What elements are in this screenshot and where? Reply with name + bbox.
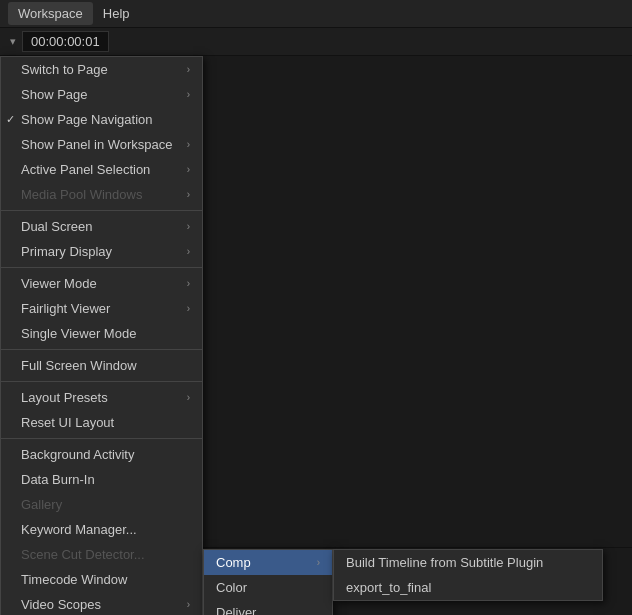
menu-item-label: Show Panel in Workspace — [21, 137, 173, 152]
submenu-deliver-item[interactable]: Deliver — [204, 600, 332, 615]
menu-item-show-panel[interactable]: Show Panel in Workspace › — [1, 132, 202, 157]
menu-item-label: Dual Screen — [21, 219, 93, 234]
menu-item-label: Timecode Window — [21, 572, 127, 587]
menu-item-media-pool: Media Pool Windows › — [1, 182, 202, 207]
separator — [1, 438, 202, 439]
comp-submenu: Build Timeline from Subtitle Plugin expo… — [333, 549, 603, 601]
submenu-comp-item[interactable]: Comp › — [204, 550, 332, 575]
arrow-icon: › — [187, 278, 190, 289]
menu-item-label: Show Page — [21, 87, 88, 102]
menu-bar: Workspace Help — [0, 0, 632, 28]
menu-item-label: Video Scopes — [21, 597, 101, 612]
menu-item-label: Gallery — [21, 497, 62, 512]
arrow-icon: › — [187, 392, 190, 403]
main-area: Switch to Page › Show Page › Show Page N… — [0, 56, 632, 615]
menu-item-label: Layout Presets — [21, 390, 108, 405]
menu-item-show-page[interactable]: Show Page › — [1, 82, 202, 107]
menu-item-label: Viewer Mode — [21, 276, 97, 291]
submenu-color-item[interactable]: Color — [204, 575, 332, 600]
menu-item-single-viewer[interactable]: Single Viewer Mode — [1, 321, 202, 346]
timecode-display[interactable]: 00:00:00:01 — [22, 31, 109, 52]
menu-item-label: Full Screen Window — [21, 358, 137, 373]
menu-item-label: Keyword Manager... — [21, 522, 137, 537]
arrow-icon: › — [187, 189, 190, 200]
menu-item-reset-layout[interactable]: Reset UI Layout — [1, 410, 202, 435]
menu-item-gallery: Gallery — [1, 492, 202, 517]
arrow-icon: › — [187, 89, 190, 100]
arrow-icon: › — [187, 599, 190, 610]
menu-item-background-activity[interactable]: Background Activity — [1, 442, 202, 467]
menu-item-switch-to-page[interactable]: Switch to Page › — [1, 57, 202, 82]
separator — [1, 210, 202, 211]
comp-submenu-export[interactable]: export_to_final — [334, 575, 602, 600]
workspace-dropdown: Switch to Page › Show Page › Show Page N… — [0, 56, 203, 615]
menu-item-timecode-window[interactable]: Timecode Window — [1, 567, 202, 592]
menu-item-label: Scene Cut Detector... — [21, 547, 145, 562]
timecode-arrow: ▾ — [10, 35, 16, 48]
arrow-icon: › — [187, 164, 190, 175]
menu-item-label: export_to_final — [346, 580, 431, 595]
menu-item-label: Build Timeline from Subtitle Plugin — [346, 555, 543, 570]
menu-item-layout-presets[interactable]: Layout Presets › — [1, 385, 202, 410]
arrow-icon: › — [187, 139, 190, 150]
menu-item-label: Comp — [216, 555, 251, 570]
arrow-icon: › — [317, 557, 320, 568]
arrow-icon: › — [187, 221, 190, 232]
menu-item-video-scopes[interactable]: Video Scopes › — [1, 592, 202, 615]
arrow-icon: › — [187, 303, 190, 314]
arrow-icon: › — [187, 246, 190, 257]
menu-item-fullscreen[interactable]: Full Screen Window — [1, 353, 202, 378]
menu-item-scene-cut: Scene Cut Detector... — [1, 542, 202, 567]
menu-item-label: Background Activity — [21, 447, 134, 462]
menu-item-label: Active Panel Selection — [21, 162, 150, 177]
workspace-menu[interactable]: Workspace — [8, 2, 93, 25]
menu-item-primary-display[interactable]: Primary Display › — [1, 239, 202, 264]
menu-item-keyword-manager[interactable]: Keyword Manager... — [1, 517, 202, 542]
menu-item-label: Media Pool Windows — [21, 187, 142, 202]
menu-item-label: Reset UI Layout — [21, 415, 114, 430]
help-menu[interactable]: Help — [93, 2, 140, 25]
menu-item-label: Fairlight Viewer — [21, 301, 110, 316]
arrow-icon: › — [187, 64, 190, 75]
separator — [1, 349, 202, 350]
menu-item-label: Switch to Page — [21, 62, 108, 77]
menu-item-viewer-mode[interactable]: Viewer Mode › — [1, 271, 202, 296]
menu-item-dual-screen[interactable]: Dual Screen › — [1, 214, 202, 239]
menu-item-label: Primary Display — [21, 244, 112, 259]
separator — [1, 267, 202, 268]
menu-item-fairlight-viewer[interactable]: Fairlight Viewer › — [1, 296, 202, 321]
comp-submenu-build-timeline[interactable]: Build Timeline from Subtitle Plugin — [334, 550, 602, 575]
menu-item-label: Data Burn-In — [21, 472, 95, 487]
menu-item-data-burnin[interactable]: Data Burn-In — [1, 467, 202, 492]
menu-item-label: Single Viewer Mode — [21, 326, 136, 341]
scripts-submenu: Comp › Color Deliver — [203, 549, 333, 615]
menu-item-show-page-navigation[interactable]: Show Page Navigation — [1, 107, 202, 132]
menu-item-label: Deliver — [216, 605, 256, 615]
menu-item-label: Color — [216, 580, 247, 595]
timecode-bar: ▾ 00:00:00:01 — [0, 28, 632, 56]
menu-item-label: Show Page Navigation — [21, 112, 153, 127]
menu-item-active-panel[interactable]: Active Panel Selection › — [1, 157, 202, 182]
separator — [1, 381, 202, 382]
